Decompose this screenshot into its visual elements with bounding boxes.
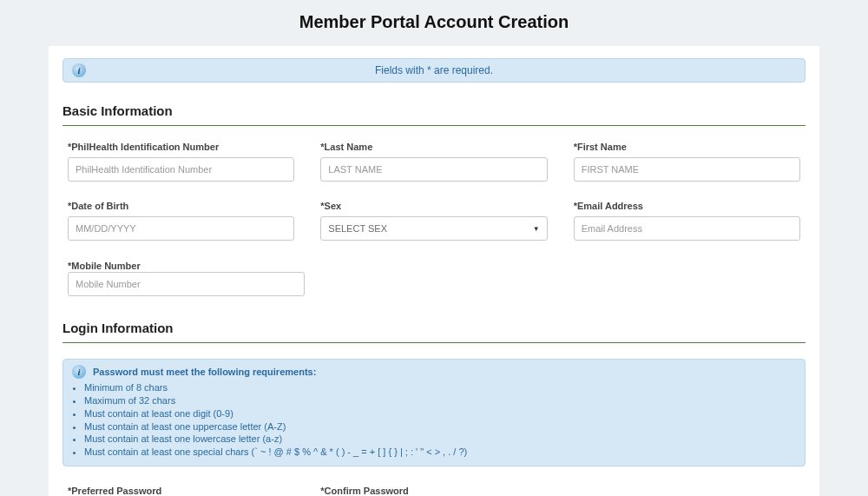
- sex-select-value: SELECT SEX: [328, 223, 387, 234]
- mobile-input[interactable]: [68, 272, 305, 296]
- required-fields-text: Fields with * are required.: [375, 64, 493, 76]
- basic-info-heading: Basic Information: [62, 103, 806, 118]
- section-divider: [62, 125, 806, 126]
- required-fields-banner: Fields with * are required.: [62, 58, 806, 83]
- form-card: Fields with * are required. Basic Inform…: [49, 46, 819, 496]
- sex-select[interactable]: SELECT SEX ▼: [320, 216, 547, 241]
- password-rule: Must contain at least one digit (0-9): [84, 407, 796, 420]
- info-icon: [72, 365, 86, 379]
- password-rule: Maximum of 32 chars: [84, 394, 796, 407]
- first-name-label: *First Name: [574, 142, 800, 152]
- preferred-password-label: *Preferred Password: [68, 486, 294, 496]
- password-requirements-intro: Password must meet the following require…: [93, 366, 316, 379]
- section-divider: [62, 342, 806, 343]
- mobile-label: *Mobile Number: [68, 261, 141, 271]
- login-info-heading: Login Information: [62, 321, 806, 335]
- password-rule: Must contain at least one lowercase lett…: [84, 433, 796, 446]
- dob-label: *Date of Birth: [68, 201, 294, 211]
- confirm-password-label: *Confirm Password: [320, 486, 547, 496]
- last-name-input[interactable]: [320, 157, 547, 182]
- chevron-down-icon: ▼: [533, 225, 540, 233]
- password-requirements-banner: Password must meet the following require…: [62, 359, 806, 466]
- info-icon: [72, 63, 86, 77]
- first-name-input[interactable]: [574, 157, 800, 182]
- pin-input[interactable]: [68, 157, 294, 182]
- last-name-label: *Last Name: [320, 142, 547, 152]
- page-title: Member Portal Account Creation: [0, 12, 868, 32]
- pin-label: *PhilHealth Identification Number: [68, 142, 294, 152]
- password-rule: Minimum of 8 chars: [84, 381, 796, 394]
- password-requirements-list: Minimum of 8 chars Maximum of 32 chars M…: [84, 381, 796, 459]
- sex-label: *Sex: [320, 201, 547, 211]
- password-rule: Must contain at least one uppercase lett…: [84, 420, 796, 433]
- dob-input[interactable]: [68, 216, 294, 241]
- email-label: *Email Address: [574, 201, 800, 211]
- email-input[interactable]: [574, 216, 800, 241]
- password-rule: Must contain at least one special chars …: [84, 446, 796, 459]
